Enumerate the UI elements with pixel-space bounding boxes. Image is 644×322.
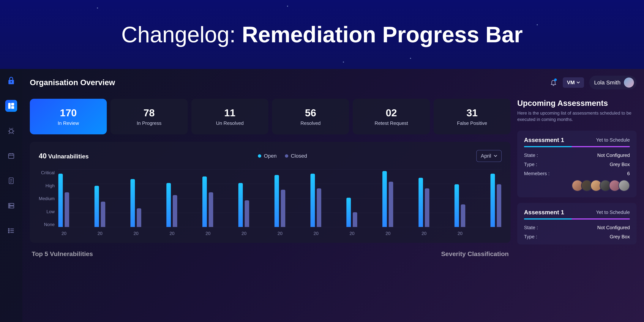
bug-icon[interactable] — [5, 125, 17, 137]
x-label: 20 — [58, 231, 70, 236]
avatar — [624, 78, 634, 88]
stat-cards: 170In Review78In Progress11Un Resolved56… — [30, 99, 510, 134]
bar-open — [166, 183, 171, 227]
stat-card[interactable]: 31False Positive — [434, 99, 510, 134]
x-label: 20 — [346, 231, 358, 236]
members-label: Memebers : — [524, 171, 550, 176]
bottom-section-titles: Top 5 Vulnerabilities Severity Classific… — [30, 250, 510, 258]
avatar — [618, 180, 630, 191]
bar-group — [238, 183, 250, 227]
bar-closed — [101, 202, 105, 227]
stat-value: 78 — [112, 107, 186, 118]
svg-rect-2 — [11, 82, 12, 83]
svg-point-15 — [8, 232, 9, 233]
bar-group — [382, 171, 394, 227]
state-value: Not Configured — [597, 225, 630, 230]
bar-closed — [173, 195, 177, 227]
type-value: Grey Box — [610, 162, 630, 167]
bar-group — [274, 175, 286, 227]
chart-legend: Open Closed — [258, 153, 307, 159]
bar-group — [166, 183, 178, 227]
calendar-icon[interactable] — [5, 150, 17, 162]
svg-rect-3 — [8, 103, 10, 109]
page-title: Organisation Overview — [30, 78, 115, 87]
top5-title: Top 5 Vulnerabilities — [32, 250, 93, 258]
chevron-down-icon — [576, 82, 580, 84]
x-label: 20 — [238, 231, 250, 236]
bar-closed — [461, 204, 465, 227]
stat-label: Retest Request — [354, 120, 428, 126]
stat-value: 56 — [274, 107, 347, 118]
assessment-status: Yet to Schedule — [596, 210, 630, 215]
stat-value: 31 — [436, 107, 509, 118]
state-label: State : — [524, 152, 538, 158]
main-content: Organisation Overview VM Lola Smith 170I… — [22, 69, 644, 322]
stat-value: 02 — [354, 107, 428, 118]
x-label: 20 — [310, 231, 322, 236]
upcoming-panel: Upcoming Assessments Here is the upcomin… — [517, 99, 636, 258]
app-shell: Organisation Overview VM Lola Smith 170I… — [0, 69, 644, 322]
bar-closed — [245, 200, 249, 227]
bar-open — [238, 183, 243, 227]
chart-y-axis: CriticalHighMediumLowNone — [39, 170, 54, 227]
bar-open — [490, 174, 495, 227]
state-value: Not Configured — [597, 152, 630, 158]
stat-label: Resolved — [274, 120, 347, 126]
svg-point-14 — [8, 230, 9, 231]
bar-open — [58, 174, 63, 227]
legend-closed: Closed — [285, 153, 307, 159]
assessment-status: Yet to Schedule — [596, 137, 630, 143]
stat-card[interactable]: 11Un Resolved — [191, 99, 268, 134]
list-icon[interactable] — [5, 225, 17, 237]
bar-closed — [65, 192, 69, 227]
bar-closed — [137, 208, 141, 227]
legend-open: Open — [258, 153, 277, 159]
bar-closed — [281, 190, 285, 227]
bar-group — [58, 174, 70, 227]
stat-label: Un Resolved — [193, 120, 266, 126]
server-icon[interactable] — [5, 200, 17, 212]
member-avatars — [524, 180, 630, 191]
stat-card[interactable]: 02Retest Request — [353, 99, 430, 134]
assessment-card[interactable]: Assessment 1 Yet to Schedule State :Not … — [517, 131, 636, 197]
chart-bars — [58, 170, 502, 227]
stat-card[interactable]: 170In Review — [30, 99, 107, 134]
svg-point-12 — [10, 207, 10, 208]
type-label: Type : — [524, 234, 537, 240]
chart-x-axis: 202020202020202020202020 — [58, 231, 502, 236]
stat-value: 170 — [32, 107, 105, 118]
user-menu[interactable]: Lola Smith — [589, 76, 636, 90]
bar-closed — [497, 184, 501, 227]
upcoming-subtitle: Here is the upcoming list of assessments… — [517, 110, 636, 122]
assessment-name: Assessment 1 — [524, 209, 564, 216]
vm-selector[interactable]: VM — [563, 77, 584, 88]
bell-icon[interactable] — [549, 78, 558, 87]
x-label: 20 — [274, 231, 286, 236]
x-label: 20 — [94, 231, 106, 236]
bar-group — [310, 174, 322, 227]
month-selector[interactable]: April — [476, 150, 502, 162]
bar-open — [382, 171, 387, 227]
document-icon[interactable] — [5, 175, 17, 187]
bar-group — [418, 178, 430, 227]
bar-closed — [317, 188, 321, 227]
assessment-card[interactable]: Assessment 1 Yet to Schedule State :Not … — [517, 203, 636, 244]
assessment-progress-bar — [524, 146, 630, 147]
bar-open — [310, 174, 315, 227]
x-label: 20 — [454, 231, 466, 236]
stat-label: In Progress — [112, 120, 186, 126]
bar-open — [346, 198, 351, 227]
stat-card[interactable]: 56Resolved — [272, 99, 349, 134]
bar-open — [454, 184, 459, 227]
dashboard-icon[interactable] — [5, 100, 17, 112]
hero-banner: Changelog: Remediation Progress Bar — [0, 0, 644, 69]
svg-rect-7 — [8, 154, 14, 158]
x-label: 20 — [166, 231, 178, 236]
assessment-name: Assessment 1 — [524, 136, 564, 144]
lock-icon[interactable] — [5, 75, 17, 87]
bar-closed — [389, 182, 393, 227]
bar-closed — [209, 192, 213, 227]
stat-card[interactable]: 78In Progress — [110, 99, 188, 134]
hero-title: Changelog: Remediation Progress Bar — [121, 22, 523, 47]
user-name: Lola Smith — [594, 80, 620, 86]
